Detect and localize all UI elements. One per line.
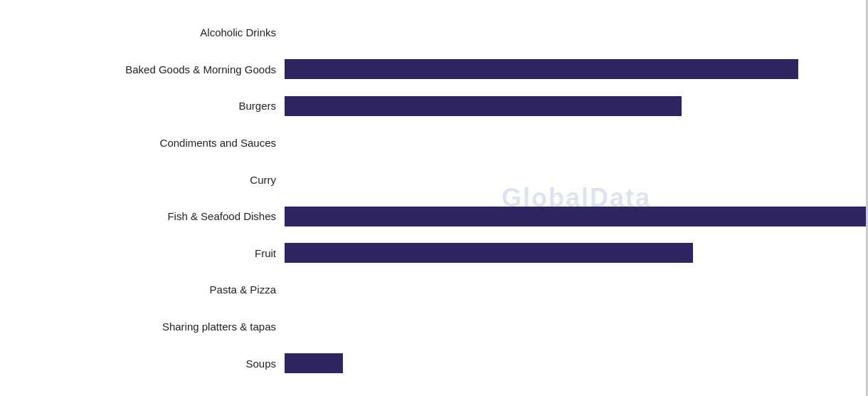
label-item: Sharing platters & tapas bbox=[0, 311, 285, 343]
label-item: Fish & Seafood Dishes bbox=[0, 200, 285, 233]
bar-row bbox=[285, 311, 868, 343]
bar-row bbox=[285, 236, 868, 269]
bar bbox=[285, 353, 343, 373]
label-item: Fruit bbox=[0, 236, 285, 269]
bar-row bbox=[285, 347, 868, 380]
category-label: Pasta & Pizza bbox=[210, 283, 285, 296]
bar-row bbox=[285, 16, 868, 49]
category-label: Burgers bbox=[238, 100, 285, 112]
bar bbox=[285, 96, 682, 116]
label-item: Pasta & Pizza bbox=[0, 273, 285, 306]
bar-row bbox=[285, 163, 868, 196]
label-item: Burgers bbox=[0, 90, 285, 123]
bar-row bbox=[285, 127, 868, 160]
label-item: Condiments and Sauces bbox=[0, 127, 285, 160]
bars-column: GlobalData bbox=[285, 0, 868, 396]
labels-column: Alcoholic DrinksBaked Goods & Morning Go… bbox=[0, 0, 285, 396]
category-label: Fruit bbox=[255, 247, 285, 259]
bar bbox=[285, 243, 693, 263]
category-label: Condiments and Sauces bbox=[160, 137, 285, 149]
label-item: Curry bbox=[0, 163, 285, 196]
bar bbox=[285, 59, 798, 79]
category-label: Soups bbox=[245, 358, 285, 370]
chart-container: Alcoholic DrinksBaked Goods & Morning Go… bbox=[0, 0, 868, 396]
category-label: Sharing platters & tapas bbox=[162, 321, 285, 333]
category-label: Alcoholic Drinks bbox=[200, 26, 285, 38]
label-item: Soups bbox=[0, 347, 285, 380]
bar-row bbox=[285, 273, 868, 306]
label-item: Alcoholic Drinks bbox=[0, 16, 285, 49]
category-label: Curry bbox=[250, 174, 285, 186]
bar bbox=[285, 207, 868, 226]
label-item: Baked Goods & Morning Goods bbox=[0, 53, 285, 85]
bar-row bbox=[285, 200, 868, 233]
bar-row bbox=[285, 90, 868, 123]
category-label: Baked Goods & Morning Goods bbox=[125, 63, 285, 75]
bar-row bbox=[285, 53, 868, 85]
category-label: Fish & Seafood Dishes bbox=[167, 210, 285, 222]
